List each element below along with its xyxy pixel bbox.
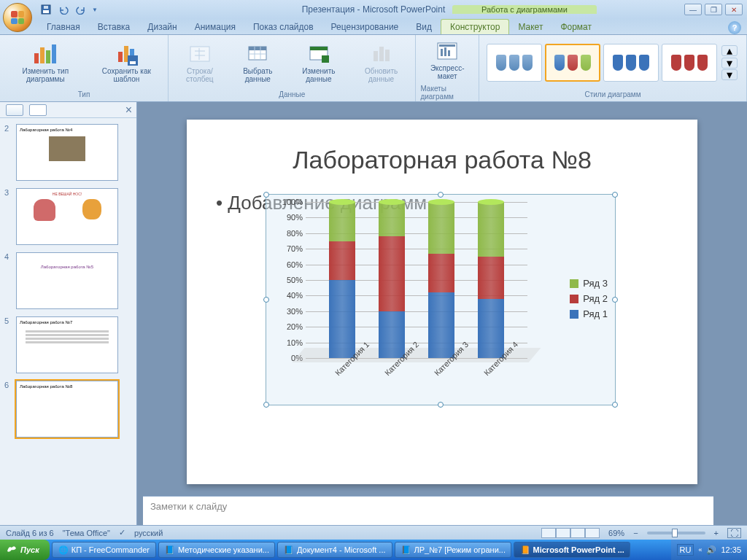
zoom-slider[interactable] — [647, 532, 705, 534]
tab-review[interactable]: Рецензирование — [322, 20, 408, 34]
svg-rect-15 — [448, 50, 450, 56]
chart-style-2[interactable] — [545, 44, 600, 82]
svg-rect-12 — [439, 44, 455, 47]
zoom-in-icon[interactable]: + — [714, 529, 719, 537]
svg-rect-4 — [130, 61, 136, 64]
qat-customize-icon[interactable]: ▼ — [90, 2, 99, 17]
slide-thumb-4[interactable]: Лабораторная работа №5 — [16, 252, 118, 309]
task-word-3[interactable]: 📘ЛР_№7 [Режим ограни... — [395, 542, 511, 558]
chart-styles-gallery[interactable]: ▴ ▾ ▾ — [484, 41, 742, 85]
notes-pane[interactable]: Заметки к слайду — [143, 496, 713, 525]
minimize-button[interactable]: — — [684, 4, 702, 15]
status-theme: "Тема Office" — [63, 529, 110, 537]
zoom-out-icon[interactable]: − — [633, 529, 638, 537]
help-icon[interactable]: ? — [728, 21, 741, 34]
gallery-down-icon[interactable]: ▾ — [721, 58, 738, 69]
group-label-type: Тип — [78, 89, 90, 100]
tab-chart-design[interactable]: Конструктор — [441, 19, 509, 34]
slide-canvas[interactable]: Лабораторная работа №8 • Добавление диаг… — [187, 120, 697, 484]
change-chart-type-button[interactable]: Изменить тип диаграммы — [4, 39, 87, 86]
qat-undo-icon[interactable] — [55, 2, 71, 17]
status-slide-count: Слайд 6 из 6 — [6, 529, 54, 537]
tab-animation[interactable]: Анимация — [186, 20, 244, 34]
group-label-data: Данные — [279, 89, 305, 100]
tray-language[interactable]: RU — [677, 544, 694, 556]
slide-thumb-2[interactable]: Лабораторная работа №4 — [16, 124, 118, 181]
tray-volume-icon[interactable]: 🔊 — [706, 545, 716, 555]
qat-redo-icon[interactable] — [73, 2, 89, 17]
slide-thumb-3[interactable]: НЕ ВЕШАЙ НОС! — [16, 188, 118, 245]
task-freecommander[interactable]: 🌐КП - FreeCommander — [52, 542, 156, 558]
window-title: Презентация - Microsoft PowerPoint — [302, 4, 446, 15]
zoom-level[interactable]: 69% — [608, 529, 624, 537]
slides-tab-icon[interactable] — [6, 104, 23, 116]
refresh-data-button[interactable]: Обновить данные — [352, 39, 411, 86]
svg-rect-10 — [322, 55, 329, 63]
tab-insert[interactable]: Вставка — [89, 20, 139, 34]
qat-save-icon[interactable] — [38, 2, 54, 17]
group-label-layouts: Макеты диаграмм — [420, 83, 474, 102]
status-language[interactable]: русский — [134, 529, 163, 537]
svg-rect-1 — [43, 10, 49, 13]
tab-view[interactable]: Вид — [407, 20, 441, 34]
task-powerpoint[interactable]: 📙Microsoft PowerPoint ... — [514, 542, 630, 558]
select-data-button[interactable]: Выбрать данные — [230, 39, 287, 86]
svg-rect-7 — [249, 47, 266, 50]
edit-data-button[interactable]: Изменить данные — [289, 39, 349, 86]
slide-title[interactable]: Лабораторная работа №8 — [216, 146, 668, 174]
outline-tab-icon[interactable] — [29, 104, 47, 116]
tab-design[interactable]: Дизайн — [139, 20, 185, 34]
chart-object[interactable]: 0%10%20%30%40%50%60%70%80%90%100%Категор… — [266, 194, 616, 405]
panel-close-icon[interactable]: × — [125, 104, 132, 117]
restore-button[interactable]: ❐ — [705, 4, 722, 15]
group-label-styles: Стили диаграмм — [584, 89, 640, 100]
tray-clock[interactable]: 12:35 — [721, 545, 741, 554]
tray-expand-icon[interactable]: « — [698, 546, 702, 553]
close-button[interactable]: ✕ — [725, 4, 743, 15]
gallery-up-icon[interactable]: ▴ — [721, 45, 738, 56]
svg-rect-5 — [190, 47, 209, 61]
task-word-2[interactable]: 📘Документ4 - Microsoft ... — [277, 542, 392, 558]
gallery-more-icon[interactable]: ▾ — [721, 69, 738, 80]
svg-rect-13 — [441, 49, 443, 56]
office-button[interactable] — [3, 3, 32, 32]
context-tools-label: Работа с диаграммами — [452, 5, 597, 14]
switch-row-column-button[interactable]: Строка/столбец — [173, 39, 226, 86]
start-button[interactable]: Пуск — [0, 540, 50, 560]
slide-thumb-5[interactable]: Лабораторная работа №7 — [16, 316, 118, 373]
tab-slideshow[interactable]: Показ слайдов — [244, 20, 322, 34]
svg-rect-14 — [444, 47, 446, 56]
svg-rect-9 — [310, 47, 328, 50]
chart-legend: Ряд 3 Ряд 2 Ряд 1 — [570, 278, 608, 324]
view-buttons[interactable] — [541, 528, 600, 538]
svg-rect-2 — [44, 6, 48, 9]
tab-chart-layout[interactable]: Макет — [509, 20, 551, 34]
task-word-1[interactable]: 📘Методические указани... — [158, 542, 275, 558]
tab-chart-format[interactable]: Формат — [551, 20, 600, 34]
tab-home[interactable]: Главная — [38, 20, 89, 34]
chart-style-1[interactable] — [487, 44, 542, 82]
save-as-template-button[interactable]: Сохранить как шаблон — [90, 39, 163, 86]
express-layout-button[interactable]: Экспресс-макет — [420, 36, 474, 83]
chart-style-3[interactable] — [603, 44, 659, 82]
chart-style-4[interactable] — [662, 44, 717, 82]
slide-thumb-6[interactable]: Лабораторная работа №8 — [16, 381, 118, 438]
spellcheck-icon[interactable]: ✓ — [119, 528, 125, 537]
fit-window-icon[interactable]: ⛶ — [727, 528, 741, 538]
